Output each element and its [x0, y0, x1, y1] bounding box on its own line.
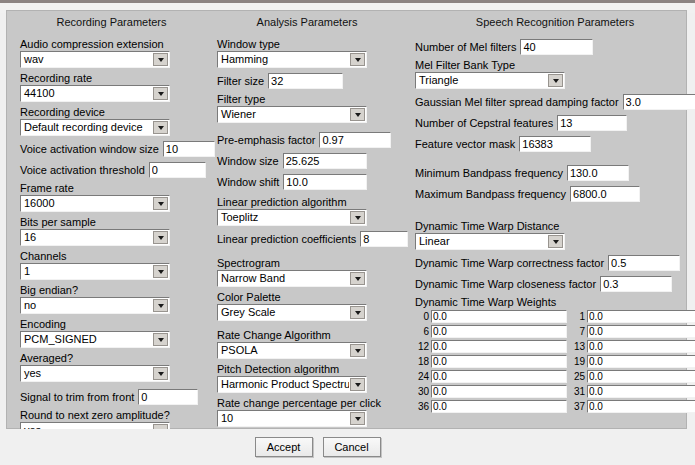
combobox-arrow-icon[interactable]	[153, 265, 168, 278]
field-label: Spectrogram	[217, 257, 397, 269]
channels-combobox[interactable]: 1	[20, 263, 170, 280]
combobox-arrow-icon[interactable]	[350, 344, 365, 357]
mel-filter-bank-type-combobox[interactable]: Triangle	[415, 72, 565, 89]
dtw-weight-cell: 37	[571, 400, 695, 413]
dtw-weight-index: 13	[571, 341, 585, 352]
combobox-arrow-icon[interactable]	[153, 121, 168, 134]
big-endian-combobox[interactable]: no	[20, 297, 170, 314]
dtw-weight-index: 24	[415, 371, 429, 382]
dtw-weight-25-input[interactable]	[587, 370, 695, 383]
combobox-value: 16000	[21, 196, 152, 211]
dynamic-time-warp-correctness-factor-input[interactable]	[608, 255, 680, 271]
spectrogram-combobox[interactable]: Narrow Band	[217, 270, 367, 287]
combobox-value: no	[21, 298, 152, 313]
filter-type-combobox[interactable]: Wiener	[217, 106, 367, 123]
combobox-value: 16	[21, 230, 152, 245]
dtw-weight-0-input[interactable]	[431, 310, 567, 323]
window-size-row: Window size	[217, 152, 397, 169]
frame-rate-combobox[interactable]: 16000	[20, 195, 170, 212]
number-of-cepstral-features-input[interactable]	[557, 115, 627, 131]
linear-prediction-coefficients-input[interactable]	[360, 231, 408, 247]
feature-vector-mask-input[interactable]	[519, 136, 591, 152]
combobox-arrow-icon[interactable]	[153, 87, 168, 100]
combobox-value: 1	[21, 264, 152, 279]
recording-rate-combobox[interactable]: 44100	[20, 85, 170, 102]
window-type-combobox[interactable]: Hamming	[217, 51, 367, 68]
combobox-arrow-icon[interactable]	[350, 211, 365, 224]
dtw-weight-24-input[interactable]	[431, 370, 567, 383]
combobox-arrow-icon[interactable]	[153, 231, 168, 244]
dtw-weight-index: 36	[415, 401, 429, 412]
field-label: Dynamic Time Warp Weights	[415, 296, 695, 308]
rate-change-algorithm-combobox[interactable]: PSOLA	[217, 342, 367, 359]
field-label: Linear prediction coefficients	[217, 233, 356, 245]
combobox-arrow-icon[interactable]	[548, 235, 563, 248]
combobox-arrow-icon[interactable]	[350, 108, 365, 121]
accept-button[interactable]: Accept	[255, 437, 313, 457]
dtw-weight-cell: 13	[571, 340, 695, 353]
number-of-mel-filters-row: Number of Mel filters	[415, 38, 695, 55]
gaussian-mel-filter-spread-damping-factor-input[interactable]	[623, 94, 695, 110]
combobox-arrow-icon[interactable]	[153, 299, 168, 312]
color-palette-group: Color PaletteGrey Scale	[217, 291, 397, 321]
chevron-down-icon	[158, 372, 164, 376]
dtw-weight-index: 1	[571, 311, 585, 322]
combobox-arrow-icon[interactable]	[153, 197, 168, 210]
encoding-combobox[interactable]: PCM_SIGNED	[20, 331, 170, 348]
combobox-arrow-icon[interactable]	[350, 53, 365, 66]
dtw-weight-36-input[interactable]	[431, 400, 567, 413]
linear-prediction-algorithm-combobox[interactable]: Toeplitz	[217, 209, 367, 226]
minimum-bandpass-frequency-input[interactable]	[567, 165, 629, 181]
combobox-arrow-icon[interactable]	[153, 367, 168, 380]
combobox-arrow-icon[interactable]	[153, 53, 168, 66]
dynamic-time-warp-closeness-factor-row: Dynamic Time Warp closeness factor	[415, 275, 695, 292]
combobox-arrow-icon[interactable]	[350, 412, 365, 425]
dtw-weight-12-input[interactable]	[431, 340, 567, 353]
dtw-weight-cell: 25	[571, 370, 695, 383]
field-label: Rate change percentage per click	[217, 397, 397, 409]
dynamic-time-warp-closeness-factor-input[interactable]	[600, 276, 672, 292]
audio-compression-extension-combobox[interactable]: wav	[20, 51, 170, 68]
voice-activation-window-size-input[interactable]	[163, 141, 215, 157]
pre-emphasis-factor-input[interactable]	[319, 132, 391, 148]
dynamic-time-warp-distance-combobox[interactable]: Linear	[415, 233, 565, 250]
combobox-arrow-icon[interactable]	[350, 306, 365, 319]
averaged-combobox[interactable]: yes	[20, 365, 170, 382]
dtw-weight-7-input[interactable]	[587, 325, 695, 338]
filter-size-row: Filter size	[217, 72, 397, 89]
combobox-arrow-icon[interactable]	[153, 333, 168, 346]
dtw-weight-13-input[interactable]	[587, 340, 695, 353]
pitch-detection-algorithm-combobox[interactable]: Harmonic Product Spectrum	[217, 376, 367, 393]
dtw-weight-6-input[interactable]	[431, 325, 567, 338]
dtw-weight-30-input[interactable]	[431, 385, 567, 398]
bits-per-sample-combobox[interactable]: 16	[20, 229, 170, 246]
dtw-weight-1-input[interactable]	[587, 310, 695, 323]
recording-device-combobox[interactable]: Default recording device	[20, 119, 170, 136]
dtw-weight-31-input[interactable]	[587, 385, 695, 398]
recording-device-group: Recording deviceDefault recording device	[20, 106, 203, 136]
window-size-input[interactable]	[283, 153, 367, 169]
field-label: Window size	[217, 155, 279, 167]
voice-activation-threshold-input[interactable]	[149, 162, 206, 178]
combobox-arrow-icon[interactable]	[350, 272, 365, 285]
number-of-mel-filters-input[interactable]	[520, 39, 593, 55]
maximum-bandpass-frequency-input[interactable]	[570, 186, 640, 202]
dtw-weight-37-input[interactable]	[587, 400, 695, 413]
field-label: Window type	[217, 38, 397, 50]
combobox-arrow-icon[interactable]	[548, 74, 563, 87]
combobox-arrow-icon[interactable]	[350, 378, 365, 391]
dtw-weight-index: 25	[571, 371, 585, 382]
dtw-weight-18-input[interactable]	[431, 355, 567, 368]
cancel-button[interactable]: Cancel	[323, 437, 381, 457]
field-label: Pre-emphasis factor	[217, 134, 315, 146]
filter-size-input[interactable]	[268, 73, 343, 89]
signal-to-trim-from-front-input[interactable]	[138, 389, 198, 405]
chevron-down-icon	[158, 236, 164, 240]
chevron-down-icon	[158, 58, 164, 62]
channels-group: Channels1	[20, 250, 203, 280]
dtw-weight-19-input[interactable]	[587, 355, 695, 368]
rate-change-percentage-per-click-combobox[interactable]: 10	[217, 410, 367, 427]
dtw-weight-cell: 36	[415, 400, 567, 413]
window-shift-input[interactable]	[283, 174, 367, 190]
color-palette-combobox[interactable]: Grey Scale	[217, 304, 367, 321]
